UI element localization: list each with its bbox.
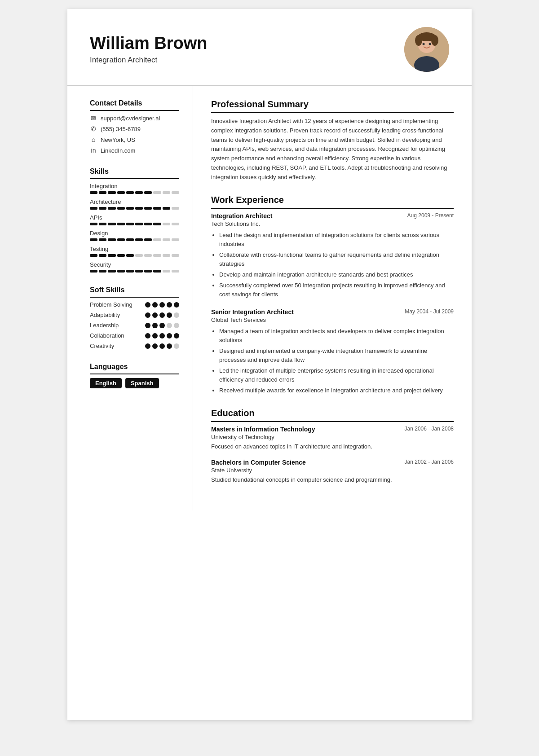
edu-desc: Studied foundational concepts in compute… [211,475,454,484]
edu-degree: Bachelors in Computer Science [211,459,306,466]
dot [145,343,150,349]
contact-icon: in [90,147,97,154]
skill-bar [90,207,179,210]
candidate-name: William Brown [90,34,207,53]
job-title: Integration Architect [211,212,272,220]
skill-segment [135,254,143,257]
job-title: Senior Integration Architect [211,308,294,316]
soft-skill-name: Collaboration [90,332,124,339]
job-header: Integration ArchitectAug 2009 - Present [211,212,454,220]
edu-header: Masters in Information TechnologyJan 200… [211,426,454,433]
dot [152,302,158,308]
dot [167,312,172,318]
edu-degree: Masters in Information Technology [211,426,315,433]
experience-section: Work Experience Integration ArchitectAug… [211,195,454,396]
soft-skill-name: Adaptability [90,312,120,318]
contact-text: support@cvdesigner.ai [101,115,160,122]
skill-name: Integration [90,183,179,189]
job-bullet: Received multiple awards for excellence … [219,386,454,395]
job-bullet: Collaborate with cross-functional teams … [219,251,454,268]
dot [152,333,158,338]
skill-segment [144,270,152,273]
skill-segment [172,254,179,257]
soft-skill-dots [145,333,179,338]
edu-school: University of Technology [211,434,454,440]
skill-segment [90,270,97,273]
header-section: William Brown Integration Architect [67,9,472,86]
skill-item: Testing [90,246,179,257]
contact-title: Contact Details [90,99,179,111]
skill-segment [163,207,170,210]
header-left: William Brown Integration Architect [90,34,207,65]
summary-title: Professional Summary [211,99,454,113]
job-bullet: Lead the design and implementation of in… [219,231,454,249]
skill-segment [117,270,125,273]
skill-segment [153,223,161,225]
soft-skills-title: Soft Skills [90,286,179,298]
skill-segment [135,191,143,194]
job-bullet: Develop and maintain integration archite… [219,270,454,279]
skill-item: Security [90,261,179,273]
job-bullet: Managed a team of integration architects… [219,327,454,345]
main-content: Professional Summary Innovative Integrat… [193,86,472,510]
skill-segment [108,270,115,273]
contact-icon: ✉ [90,114,97,122]
skill-segment [126,254,134,257]
candidate-title: Integration Architect [90,56,207,65]
skill-name: Design [90,230,179,237]
soft-skill-dots [145,302,179,308]
skill-segment [172,238,179,241]
dot [174,302,179,308]
summary-text: Innovative Integration Architect with 12… [211,117,454,182]
dot [152,343,158,349]
dot [159,323,165,328]
soft-skill-name: Problem Solving [90,301,133,308]
skill-bar [90,191,179,194]
skill-name: APIs [90,214,179,221]
edu-header: Bachelors in Computer ScienceJan 2002 - … [211,459,454,466]
skill-segment [126,270,134,273]
skill-segment [108,254,115,257]
skill-segment [90,207,97,210]
skill-segment [99,238,106,241]
contact-item: ✉support@cvdesigner.ai [90,114,179,122]
soft-skill-name: Creativity [90,343,114,349]
job-bullets: Managed a team of integration architects… [211,327,454,396]
dot [167,333,172,338]
skill-name: Testing [90,246,179,252]
job-bullet: Led the integration of multiple enterpri… [219,366,454,384]
skill-bar [90,223,179,225]
contact-icon: ✆ [90,125,97,132]
soft-skill-dots [145,343,179,349]
edu-date: Jan 2006 - Jan 2008 [405,426,454,432]
edu-school: State University [211,467,454,474]
skill-segment [135,238,143,241]
skill-segment [163,270,170,273]
language-tag: English [90,378,122,388]
skill-segment [172,223,179,225]
contact-item: ✆(555) 345-6789 [90,125,179,132]
skill-segment [117,223,125,225]
skill-segment [117,254,125,257]
skill-segment [163,191,170,194]
skill-segment [126,191,134,194]
dot [174,333,179,338]
contact-text: LinkedIn.com [101,147,135,154]
language-tags: EnglishSpanish [90,378,179,388]
skill-name: Architecture [90,198,179,205]
skill-segment [163,238,170,241]
job-company: Global Tech Services [211,316,454,323]
skill-segment [108,223,115,225]
skill-segment [99,270,106,273]
skill-segment [144,191,152,194]
edu-desc: Focused on advanced topics in IT archite… [211,442,454,451]
dot [174,343,179,349]
dot [145,302,150,308]
skill-bar [90,254,179,257]
skill-segment [99,223,106,225]
skill-item: Design [90,230,179,241]
contact-item: inLinkedIn.com [90,147,179,154]
soft-skill-dots [145,323,179,328]
skill-segment [99,254,106,257]
job-bullets: Lead the design and implementation of in… [211,231,454,299]
